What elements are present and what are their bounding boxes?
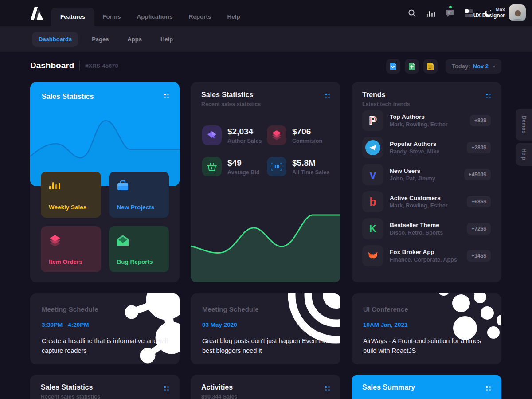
card-subtitle: Recent sales statistics	[201, 101, 330, 107]
sales-summary-card: Sales Summary	[352, 375, 501, 399]
side-tab-demos[interactable]: Demos	[516, 109, 532, 141]
card-title: Trends	[362, 91, 491, 99]
tile-bug-reports[interactable]: Bug Reports	[109, 226, 169, 272]
notification-dot	[449, 6, 452, 8]
drag-handle-icon[interactable]	[486, 94, 491, 98]
nav-tab-applications[interactable]: Applications	[129, 8, 181, 26]
logo-letter: K	[369, 223, 377, 235]
blue-wave-chart	[30, 82, 180, 186]
vimeo-logo-icon: v	[362, 164, 383, 185]
stat-value: $5.8M	[292, 158, 330, 168]
avatar[interactable]	[509, 4, 526, 21]
meeting-schedule-card-1[interactable]: Meeting Schedule 3:30PM - 4:20PM Create …	[30, 293, 180, 364]
card-subtitle: Latest tech trends	[362, 101, 491, 107]
tasks-doc-button[interactable]	[386, 59, 400, 74]
logo-letter: v	[370, 168, 376, 182]
event-heading: Meeting Schedule	[42, 305, 98, 313]
subnav-item-help[interactable]: Help	[155, 32, 178, 47]
tile-label: Bug Reports	[117, 258, 153, 265]
bottom-sales-statistics-card: Sales Statistics Recent sales statistics	[30, 375, 180, 399]
date-picker[interactable]: Today: Nov 2 ▾	[446, 59, 501, 74]
trend-item-active-customers[interactable]: b Active Customers Mark, Rowling, Esther…	[362, 191, 491, 212]
p-logo-icon: P	[362, 110, 383, 131]
stat-label: Author Sales	[227, 138, 262, 144]
green-area-chart	[191, 186, 340, 282]
main-nav: Features Forms Applications Reports Help	[51, 0, 248, 26]
ui-conference-card[interactable]: UI Conference 10AM Jan, 2021 AirWays - A…	[352, 293, 501, 364]
trend-name: Popular Authors	[390, 141, 461, 147]
chevron-down-icon: ▾	[493, 64, 495, 69]
stat-label: Average Bid	[227, 169, 259, 176]
messages-icon[interactable]	[445, 8, 455, 18]
notes-doc-button[interactable]	[423, 59, 438, 74]
trend-name: Active Customers	[390, 195, 461, 201]
nav-tab-help[interactable]: Help	[219, 8, 248, 26]
add-doc-button[interactable]	[405, 59, 419, 74]
barcode-icon	[267, 157, 286, 176]
trend-name: Bestseller Theme	[390, 222, 461, 228]
card-subtitle: 890,344 Sales	[201, 394, 330, 399]
trend-list: P Top Authors Mark, Rowling, Esther +82$…	[362, 110, 491, 266]
event-heading: Meeting Schedule	[202, 305, 259, 313]
trend-item-new-users[interactable]: v New Users John, Pat, Jimmy +4500$	[362, 164, 491, 185]
drag-handle-icon[interactable]	[486, 386, 491, 391]
activities-card: Activities 890,344 Sales	[191, 375, 340, 399]
tile-new-projects[interactable]: New Projects	[109, 172, 169, 218]
stat-value: $2,034	[227, 127, 262, 137]
page-title: Dashboard	[30, 61, 74, 70]
trend-name: Top Authors	[390, 113, 464, 120]
stat-commision: $706 Commision	[267, 125, 332, 145]
event-heading: UI Conference	[363, 305, 408, 313]
trends-card: Trends Latest tech trends P Top Authors …	[352, 82, 501, 282]
tile-label: Item Orders	[49, 258, 82, 265]
tile-item-orders[interactable]: Item Orders	[41, 226, 101, 272]
card-subtitle: Recent sales statistics	[41, 394, 169, 399]
bar-chart-icon	[49, 180, 60, 190]
stat-average-bid: $49 Average Bid	[202, 157, 267, 176]
drag-handle-icon[interactable]	[325, 386, 330, 391]
card-title: Activities	[201, 383, 330, 391]
trend-item-fox-broker-app[interactable]: Fox Broker App Finance, Corporate, Apps …	[362, 245, 491, 266]
trend-badge: +280$	[467, 142, 491, 153]
tile-weekly-sales[interactable]: Weekly Sales	[41, 172, 101, 218]
trend-desc: John, Pat, Jimmy	[390, 176, 458, 182]
meeting-schedule-card-2[interactable]: Meeting Schedule 03 May 2020 Great blog …	[191, 293, 340, 364]
analytics-bars-icon[interactable]	[426, 8, 436, 18]
stat-label: All Time Sales	[292, 169, 330, 176]
subnav-item-dashboards[interactable]: Dashboards	[32, 32, 78, 47]
briefcase-icon	[117, 180, 129, 191]
drag-handle-icon[interactable]	[325, 94, 330, 98]
drag-handle-icon[interactable]	[164, 386, 169, 391]
logo-letter: b	[369, 196, 376, 208]
trend-name: Fox Broker App	[390, 249, 461, 255]
event-text: AirWays - A Front-end solution for airli…	[363, 336, 493, 356]
open-envelope-icon	[117, 235, 129, 246]
nav-tab-forms[interactable]: Forms	[94, 8, 129, 26]
subnav-item-pages[interactable]: Pages	[86, 32, 114, 47]
stat-label: Commision	[292, 138, 322, 144]
search-icon[interactable]	[407, 8, 417, 18]
apps-grid-icon[interactable]	[464, 8, 474, 18]
side-tab-help[interactable]: Help	[516, 143, 532, 166]
trend-item-popular-authors[interactable]: Popular Authors Randy, Steve, Mike +280$	[362, 137, 491, 158]
b-logo-icon: b	[362, 191, 383, 212]
trend-item-top-authors[interactable]: P Top Authors Mark, Rowling, Esther +82$	[362, 110, 491, 131]
app-logo-icon[interactable]	[27, 5, 45, 23]
nav-tab-reports[interactable]: Reports	[181, 8, 219, 26]
trend-desc: Mark, Rowling, Esther	[390, 203, 461, 209]
kickstarter-logo-icon: K	[362, 218, 383, 239]
page-header: Dashboard #XRS-45670	[30, 59, 501, 75]
tile-label: New Projects	[117, 204, 155, 211]
top-bar: Features Forms Applications Reports Help	[0, 0, 532, 26]
divider	[79, 61, 80, 70]
trend-desc: Finance, Corporate, Apps	[390, 257, 461, 263]
stats-grid: $2,034 Author Sales $706 Commision	[202, 125, 332, 176]
trend-item-bestseller-theme[interactable]: K Bestseller Theme Disco, Retro, Sports …	[362, 218, 491, 239]
stat-value: $49	[227, 158, 259, 168]
fox-logo-icon	[362, 245, 383, 266]
stat-author-sales: $2,034 Author Sales	[202, 125, 267, 145]
user-profile[interactable]: Max UX Designer	[473, 4, 526, 21]
date-label: Today:	[452, 63, 470, 70]
nav-tab-features[interactable]: Features	[51, 8, 94, 26]
subnav-item-apps[interactable]: Apps	[122, 32, 147, 47]
